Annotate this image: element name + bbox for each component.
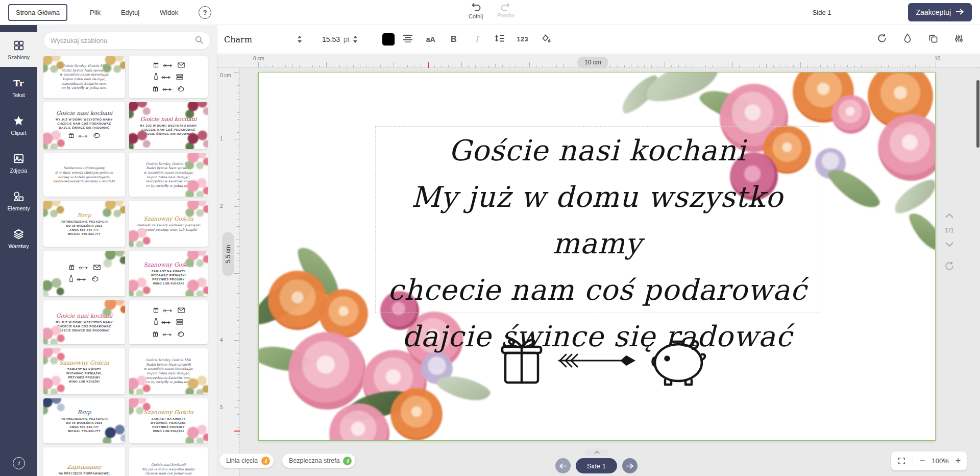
- info-button[interactable]: i: [13, 457, 25, 469]
- reset-button[interactable]: [872, 29, 892, 50]
- zoom-in-button[interactable]: +: [955, 456, 961, 466]
- floral-decor: [185, 424, 208, 443]
- ruler-label: 10: [935, 56, 940, 61]
- template-thumbnail[interactable]: Goście nasi kochani!My już w domu wszyst…: [129, 447, 208, 476]
- sidebar-item-tekst[interactable]: Tr Tekst: [0, 70, 37, 105]
- page-indicator: 1/1: [945, 226, 954, 234]
- menu-plik[interactable]: Plik: [90, 9, 101, 16]
- thumbnail-text-line: ANNA 555-444-777: [69, 228, 99, 232]
- template-thumbnail[interactable]: Szanowny GościuZAMIAST NA KWIATYWYDAWAĆ …: [43, 348, 125, 394]
- rotate-view-button[interactable]: [944, 261, 954, 271]
- thumbnail-text-line: DO 15 WRZEŚNIA 2023: [66, 421, 102, 425]
- floral-blob: [293, 241, 343, 303]
- bottle-icon: [154, 73, 158, 82]
- sidebar-item-clipart[interactable]: Clipart: [0, 108, 37, 142]
- ruler-label: 2: [220, 203, 223, 209]
- page-down-button[interactable]: [945, 242, 953, 247]
- template-thumbnail[interactable]: [129, 300, 208, 344]
- template-thumbnail[interactable]: ZapraszamyNA PRZYJĘCIE POPRAWINOWE,: [43, 447, 125, 476]
- adjust-button[interactable]: [948, 29, 969, 50]
- cut-line-toggle[interactable]: Linia cięcia i: [219, 454, 274, 468]
- template-thumbnail[interactable]: Goście Drodzy, Goście MiliRadzi byście N…: [129, 153, 208, 197]
- template-thumbnail[interactable]: Goście Drodzy, Goście MiliRadzi byście N…: [43, 56, 125, 98]
- design-canvas[interactable]: Goście nasi kochani My już w domu wszyst…: [258, 72, 936, 441]
- floral-decor: [43, 398, 66, 417]
- template-thumbnail[interactable]: Goście nasi kochaniMY JUŻ W DOMU WSZYSTK…: [129, 102, 208, 149]
- canvas-icons-group[interactable]: [499, 329, 708, 394]
- transparency-button[interactable]: [897, 29, 918, 50]
- floral-decor: [43, 375, 66, 394]
- bold-button[interactable]: B: [444, 29, 464, 50]
- floral-blob: [793, 72, 854, 123]
- floral-blob: [616, 72, 665, 117]
- canvas-text-block[interactable]: Goście nasi kochani My już w domu wszyst…: [375, 126, 819, 313]
- template-thumbnail[interactable]: Szanowny GościuZAMIAST NA KWIATYWYDAWAĆ …: [129, 398, 208, 443]
- letter-case-button[interactable]: aA: [421, 29, 441, 50]
- template-thumbnail[interactable]: RsvpPOTWIERDZENIE PRZYBYCIADO 15 WRZEŚNI…: [43, 398, 125, 443]
- zoom-out-button[interactable]: −: [920, 456, 925, 466]
- italic-button[interactable]: I: [467, 29, 487, 50]
- template-thumbnail[interactable]: Serdecznie informujemy,iż w dniu wesela …: [43, 153, 125, 197]
- next-page-button[interactable]: [622, 458, 638, 473]
- envelope-icon: [178, 61, 185, 70]
- template-thumbnail[interactable]: Goście Drodzy, Goście MiliRadzi byście N…: [129, 348, 208, 394]
- thumbnail-text-line: Goście nasi kochani!: [151, 463, 186, 467]
- thumbnail-text-line: MICHAŁ 555-333-777: [68, 232, 101, 236]
- template-thumbnail[interactable]: [129, 56, 208, 98]
- font-size-select[interactable]: 15.53 pt: [322, 35, 357, 43]
- duplicate-button[interactable]: [923, 29, 943, 50]
- thumbnail-text-line: WYDAWAĆ PIENIĄŻKI,: [66, 371, 102, 375]
- template-thumbnail[interactable]: Goście nasi kochaniMy już w domu wszystk…: [43, 102, 125, 149]
- safe-zone-toggle[interactable]: Bezpieczna strefa i: [282, 454, 355, 468]
- floral-blob: [434, 369, 492, 407]
- gift-icon: [152, 330, 159, 339]
- arrow-icon: [77, 275, 88, 284]
- numbered-list-button[interactable]: 123: [512, 29, 533, 50]
- search-input[interactable]: [51, 37, 194, 44]
- current-page-pill[interactable]: Side 1: [576, 458, 617, 473]
- template-thumbnail[interactable]: [43, 251, 125, 296]
- template-thumbnail[interactable]: RsvpPOTWIERDZENIE PRZYBYCIADO 15 WRZEŚNI…: [43, 201, 125, 247]
- font-family-select[interactable]: Charm: [224, 35, 302, 44]
- undo-button[interactable]: Cofnij: [469, 3, 483, 19]
- page-up-button[interactable]: [945, 213, 953, 218]
- sidebar-item-zdjecia[interactable]: Zdjęcia: [0, 146, 37, 180]
- thumbnail-script-title: Szanowny Gościu: [143, 261, 193, 269]
- safe-zone-info-icon: i: [343, 457, 352, 465]
- thumbnail-text-line: Zamiast na kwiaty wydawać pieniążki: [137, 223, 201, 228]
- thumbnail-text-line: ZAMIAST NA KWIATY: [152, 417, 185, 421]
- floral-blob: [878, 114, 936, 181]
- sidebar-item-warstwy[interactable]: Warstwy: [0, 221, 37, 256]
- floral-blob: [815, 148, 846, 179]
- arrow-icon: [162, 330, 174, 339]
- fullscreen-button[interactable]: [897, 457, 906, 465]
- sidebar-item-szablony[interactable]: Szablony: [0, 32, 37, 67]
- thumbnail-text-line: WYDAWAĆ PIENIĄŻKI: [151, 273, 186, 277]
- canvas-width-pill: 10 cm: [577, 57, 608, 68]
- floral-decor: [185, 277, 208, 296]
- thumbnail-icon-row: [154, 73, 183, 82]
- fill-color-button[interactable]: [535, 29, 556, 50]
- text-color-swatch[interactable]: [382, 33, 395, 46]
- template-thumbnail[interactable]: Szanowny GościuZamiast na kwiaty wydawać…: [129, 201, 208, 247]
- floral-blob: [258, 270, 322, 330]
- help-button[interactable]: ?: [199, 6, 211, 19]
- thumbnail-icon-row: [152, 330, 185, 339]
- menu-edytuj[interactable]: Edytuj: [121, 9, 139, 16]
- page-drawer-handle[interactable]: [585, 449, 608, 456]
- thumbnail-text-line: PRZYNIEŚ PROSIMY: [152, 277, 185, 281]
- thumbnail-text-line: PRZYNIEŚ PROSIMY: [152, 425, 185, 429]
- home-button[interactable]: Strona Główna: [8, 4, 67, 21]
- redo-button[interactable]: Ponów: [497, 3, 514, 19]
- sidebar-item-elementy[interactable]: Elementy: [0, 183, 37, 218]
- line-spacing-button[interactable]: [489, 29, 510, 50]
- previous-page-button[interactable]: [555, 458, 571, 473]
- photos-icon: [13, 153, 24, 165]
- align-center-button[interactable]: [398, 29, 418, 50]
- accept-button[interactable]: Zaakceptuj: [908, 3, 972, 21]
- menu-widok[interactable]: Widok: [160, 9, 178, 16]
- zoom-level: 100%: [932, 457, 949, 465]
- template-thumbnail[interactable]: Szanowny GościuZAMIAST NA KWIATYWYDAWAĆ …: [129, 251, 208, 296]
- template-thumbnail[interactable]: Goście nasi kochaniMY JUŻ W DOMU WSZYSTK…: [43, 300, 125, 344]
- scrollbar-thumb[interactable]: [976, 80, 979, 148]
